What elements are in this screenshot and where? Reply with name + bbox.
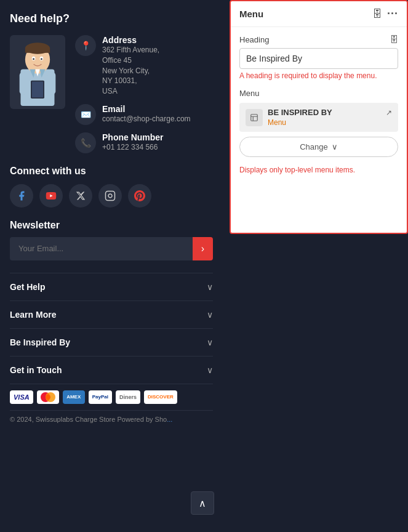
pinterest-icon[interactable] <box>128 184 151 208</box>
accordion-learn-more[interactable]: Learn More ∨ <box>10 300 213 328</box>
amex-card: AMEX <box>63 390 85 404</box>
bottom-hint-text: Displays only top-level menu items. <box>239 166 398 174</box>
heading-db-icon[interactable]: 🗄 <box>390 34 398 44</box>
diners-card: Diners <box>116 390 140 404</box>
svg-rect-20 <box>251 114 258 121</box>
chevron-down-icon-get-in-touch: ∨ <box>207 365 213 375</box>
address-value: 362 Fifth Avenue,Office 45New York City,… <box>102 45 159 97</box>
phone-label: Phone Number <box>102 132 164 142</box>
menu-section-label: Menu <box>239 89 398 98</box>
accordion-learn-more-label: Learn More <box>10 310 56 320</box>
person-avatar-svg <box>13 38 62 106</box>
accordion-get-in-touch-label: Get in Touch <box>10 365 62 375</box>
connect-section: Connect with us <box>10 166 213 208</box>
more-options-icon[interactable]: ··· <box>387 7 398 20</box>
chevron-up-icon: ∧ <box>199 498 206 509</box>
newsletter-section: Newsletter › <box>10 220 213 260</box>
contact-section: 📍 Address 362 Fifth Avenue,Office 45New … <box>10 35 213 153</box>
instagram-icon[interactable] <box>98 184 122 208</box>
phone-value: +01 122 334 566 <box>102 142 164 153</box>
svg-rect-3 <box>25 49 50 53</box>
visa-card: VISA <box>10 390 33 404</box>
menu-panel-header: Menu 🗄 ··· <box>231 1 407 27</box>
heading-field-section: Heading 🗄 A heading is required to displ… <box>239 34 398 80</box>
chevron-down-icon-get-help: ∨ <box>207 282 213 292</box>
chevron-down-icon-be-inspired: ∨ <box>207 337 213 347</box>
menu-panel-icon-group: 🗄 ··· <box>372 7 398 20</box>
address-item: 📍 Address 362 Fifth Avenue,Office 45New … <box>75 35 213 97</box>
menu-editor-panel: Menu 🗄 ··· Heading 🗄 A heading is requir… <box>230 0 408 234</box>
scroll-to-top-button[interactable]: ∧ <box>191 491 214 515</box>
menu-item-row: BE INSPIRED BY ↗ Menu <box>239 103 398 132</box>
facebook-icon[interactable] <box>10 184 33 208</box>
newsletter-submit-button[interactable]: › <box>193 237 213 260</box>
email-input[interactable] <box>10 237 193 260</box>
external-link-icon: ↗ <box>386 108 392 117</box>
db-icon[interactable]: 🗄 <box>372 9 382 20</box>
youtube-icon[interactable] <box>39 184 63 208</box>
copyright-text: © 2024, Swissuplabs Charge Store Powered… <box>10 416 167 423</box>
change-menu-button[interactable]: Change ∨ <box>239 137 398 157</box>
payment-cards-row: VISA AMEX PayPal Diners DISCOVER <box>10 384 213 410</box>
phone-icon-circle: 📞 <box>75 132 96 153</box>
accordion-be-inspired-label: Be Inspired By <box>10 337 70 347</box>
need-help-title: Need help? <box>10 12 213 25</box>
location-icon: 📍 <box>81 41 91 50</box>
heading-input[interactable] <box>239 48 398 69</box>
email-label: Email <box>102 104 191 114</box>
accordion-get-in-touch[interactable]: Get in Touch ∨ <box>10 356 213 384</box>
email-icon: ✉️ <box>81 110 91 119</box>
heading-field-label-row: Heading 🗄 <box>239 34 398 44</box>
paypal-card: PayPal <box>89 390 112 404</box>
page-wrapper: Need help? <box>0 0 408 532</box>
footer-accordion: Get Help ∨ Learn More ∨ Be Inspired By ∨… <box>10 273 213 384</box>
social-icons-row <box>10 184 213 208</box>
chevron-down-icon-learn-more: ∨ <box>207 310 213 320</box>
discover-card: DISCOVER <box>144 390 177 404</box>
menu-field-section: Menu BE INSPIRED BY ↗ Menu Change <box>239 89 398 157</box>
email-value: contact@shop-charge.com <box>102 114 191 124</box>
accordion-be-inspired[interactable]: Be Inspired By ∨ <box>10 328 213 356</box>
phone-item: 📞 Phone Number +01 122 334 566 <box>75 132 213 153</box>
heading-label-text: Heading <box>239 35 269 44</box>
accordion-get-help[interactable]: Get Help ∨ <box>10 273 213 300</box>
change-chevron-icon: ∨ <box>332 142 338 151</box>
svg-rect-12 <box>48 72 56 95</box>
powered-by-link[interactable]: ... <box>167 416 172 423</box>
svg-rect-16 <box>106 191 115 200</box>
svg-rect-14 <box>32 82 43 98</box>
footer-panel: Need help? <box>0 0 223 532</box>
menu-item-label: BE INSPIRED BY <box>268 108 383 117</box>
menu-panel-title: Menu <box>239 9 263 19</box>
copyright-bar: © 2024, Swissuplabs Charge Store Powered… <box>10 410 213 428</box>
email-icon-circle: ✉️ <box>75 104 96 125</box>
menu-item-page-icon <box>246 109 263 126</box>
mastercard-card <box>37 390 59 404</box>
email-item: ✉️ Email contact@shop-charge.com <box>75 104 213 125</box>
menu-item-content: BE INSPIRED BY ↗ Menu <box>268 108 392 127</box>
change-button-label: Change <box>300 142 328 151</box>
menu-panel-body: Heading 🗄 A heading is required to displ… <box>231 27 407 182</box>
phone-text-block: Phone Number +01 122 334 566 <box>102 132 164 153</box>
svg-rect-11 <box>20 72 28 95</box>
svg-point-6 <box>33 58 34 60</box>
newsletter-title: Newsletter <box>10 220 213 231</box>
address-text-block: Address 362 Fifth Avenue,Office 45New Yo… <box>102 35 159 97</box>
svg-point-7 <box>41 58 42 60</box>
address-icon-circle: 📍 <box>75 35 96 56</box>
accordion-get-help-label: Get Help <box>10 282 46 292</box>
menu-item-sublabel: Menu <box>268 118 392 127</box>
address-label: Address <box>102 35 159 45</box>
newsletter-form: › <box>10 237 213 260</box>
email-text-block: Email contact@shop-charge.com <box>102 104 191 124</box>
phone-icon: 📞 <box>81 138 91 148</box>
contact-info: 📍 Address 362 Fifth Avenue,Office 45New … <box>75 35 213 153</box>
twitter-x-icon[interactable] <box>69 184 92 208</box>
connect-title: Connect with us <box>10 166 213 177</box>
person-image <box>10 35 65 109</box>
heading-required-hint: A heading is required to display the men… <box>239 71 398 80</box>
